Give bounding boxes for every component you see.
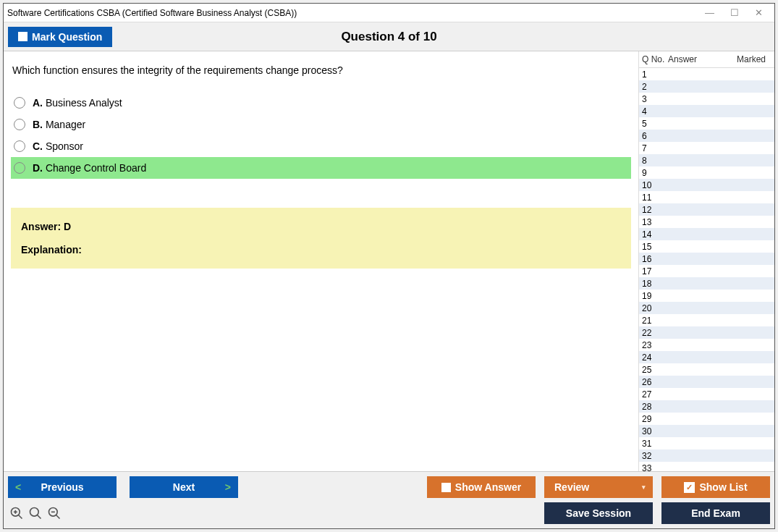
list-item[interactable]: 17 [639,265,774,277]
option-text: Business Analyst [46,97,122,109]
option-row-a[interactable]: A. Business Analyst [11,92,631,114]
close-icon[interactable]: ✕ [755,7,763,18]
question-text: Which function ensures the integrity of … [11,64,631,76]
mark-question-button[interactable]: Mark Question [8,27,112,47]
option-label: B. Manager [33,119,85,130]
option-letter: C. [33,140,46,152]
list-item[interactable]: 9 [639,166,774,179]
q-number: 29 [642,414,668,424]
option-row-c[interactable]: C. Sponsor [11,135,631,157]
list-item[interactable]: 21 [639,314,774,326]
zoom-out-icon[interactable] [47,506,62,520]
list-item[interactable]: 23 [639,339,774,351]
title-bar: Software Certifications CSBA (Certified … [4,4,774,22]
list-item[interactable]: 10 [639,179,774,191]
q-number: 2 [642,82,668,92]
q-number: 26 [642,377,668,387]
q-number: 25 [642,365,668,375]
header-bar: Mark Question Question 4 of 10 [4,22,774,51]
save-session-label: Save Session [566,507,631,519]
list-item[interactable]: 1 [639,68,774,80]
q-number: 16 [642,254,668,264]
list-item[interactable]: 14 [639,228,774,240]
q-number: 22 [642,328,668,338]
q-number: 31 [642,439,668,449]
list-item[interactable]: 27 [639,388,774,400]
previous-label: Previous [41,481,83,493]
minimize-icon[interactable]: — [705,7,714,18]
zoom-controls [8,506,62,520]
footer-row-2: Save Session End Exam [8,502,770,524]
q-number: 7 [642,143,668,153]
list-item[interactable]: 26 [639,376,774,388]
end-exam-button[interactable]: End Exam [661,502,770,524]
explanation-label: Explanation: [21,244,621,256]
q-number: 18 [642,279,668,289]
list-item[interactable]: 8 [639,154,774,166]
q-number: 4 [642,106,668,117]
q-number: 28 [642,402,668,412]
answer-value: Answer: D [21,221,621,232]
list-item[interactable]: 25 [639,363,774,376]
question-list[interactable]: 1234567891011121314151617181920212223242… [639,68,774,471]
maximize-icon[interactable]: ☐ [730,7,739,18]
q-number: 15 [642,242,668,252]
col-header-qno: Q No. [642,54,668,64]
list-item[interactable]: 4 [639,105,774,117]
save-session-button[interactable]: Save Session [544,502,653,524]
list-item[interactable]: 6 [639,130,774,142]
list-item[interactable]: 24 [639,351,774,363]
option-text: Sponsor [46,140,83,152]
chevron-down-icon: ▾ [642,484,646,491]
checkbox-icon [18,32,28,41]
list-item[interactable]: 18 [639,277,774,290]
footer-bar: < Previous Next > Show Answer Review ▾ [4,471,774,528]
show-list-button[interactable]: ✓ Show List [661,476,770,498]
zoom-in-icon[interactable] [9,506,24,520]
q-number: 11 [642,193,668,203]
review-dropdown[interactable]: Review ▾ [544,476,653,498]
app-window: Software Certifications CSBA (Certified … [3,3,775,529]
list-item[interactable]: 32 [639,449,774,462]
end-exam-label: End Exam [691,507,740,519]
list-item[interactable]: 11 [639,191,774,203]
list-item[interactable]: 31 [639,437,774,449]
question-panel: Which function ensures the integrity of … [4,51,638,471]
list-item[interactable]: 5 [639,117,774,130]
checkbox-icon [441,483,451,492]
list-item[interactable]: 7 [639,142,774,154]
q-number: 32 [642,451,668,461]
option-label: C. Sponsor [33,140,83,152]
q-number: 24 [642,352,668,363]
list-item[interactable]: 30 [639,425,774,437]
option-row-d[interactable]: D. Change Control Board [11,157,631,179]
list-item[interactable]: 16 [639,253,774,265]
list-item[interactable]: 2 [639,80,774,93]
list-item[interactable]: 3 [639,93,774,105]
list-item[interactable]: 20 [639,302,774,314]
show-answer-button[interactable]: Show Answer [427,476,536,498]
q-number: 5 [642,119,668,129]
answer-explanation-box: Answer: D Explanation: [11,208,631,269]
list-item[interactable]: 13 [639,216,774,228]
list-item[interactable]: 33 [639,462,774,471]
zoom-reset-icon[interactable] [28,506,43,520]
footer-row-1: < Previous Next > Show Answer Review ▾ [8,476,770,498]
show-answer-label: Show Answer [455,481,521,493]
list-item[interactable]: 12 [639,203,774,216]
list-item[interactable]: 22 [639,326,774,339]
option-label: D. Change Control Board [33,162,146,174]
question-number-title: Question 4 of 10 [341,30,436,44]
previous-button[interactable]: < Previous [8,476,117,498]
show-list-label: Show List [699,481,747,493]
option-letter: D. [33,162,46,174]
q-number: 8 [642,156,668,166]
list-item[interactable]: 29 [639,413,774,425]
list-item[interactable]: 15 [639,240,774,253]
question-list-panel: Q No. Answer Marked 12345678910111213141… [638,51,774,471]
list-item[interactable]: 19 [639,290,774,302]
list-item[interactable]: 28 [639,400,774,413]
q-number: 27 [642,389,668,400]
option-row-b[interactable]: B. Manager [11,114,631,135]
next-button[interactable]: Next > [130,476,238,498]
